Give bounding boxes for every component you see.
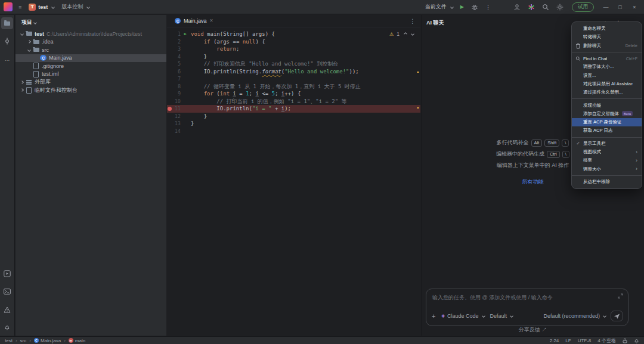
- problems-tool-icon[interactable]: [1, 303, 13, 315]
- services-tool-icon[interactable]: [1, 268, 13, 280]
- send-button[interactable]: [611, 311, 623, 321]
- file-encoding[interactable]: UTF-8: [578, 338, 592, 343]
- menu-item-0[interactable]: 重命名聊天: [572, 24, 642, 33]
- menu-item-16[interactable]: 从边栏中移除: [572, 178, 642, 186]
- tree-chevron-icon[interactable]: [20, 80, 24, 84]
- search-icon[interactable]: [538, 2, 553, 13]
- menu-item-12[interactable]: ✓显示工具栏: [572, 140, 642, 148]
- project-panel-header[interactable]: 项目: [16, 15, 166, 30]
- beta-badge: Beta: [622, 111, 633, 116]
- menu-item-1[interactable]: 转储聊天: [572, 33, 642, 41]
- code-line[interactable]: 13}: [167, 120, 420, 128]
- breadcrumb-3[interactable]: mmain: [69, 338, 85, 343]
- scrollbar-warning-mark[interactable]: [417, 107, 419, 109]
- more-tools-icon[interactable]: …: [1, 53, 13, 65]
- commit-tool-icon[interactable]: [1, 35, 13, 47]
- mode-selector[interactable]: Default: [490, 313, 513, 319]
- project-tool-icon[interactable]: [1, 17, 13, 29]
- menu-item-14[interactable]: 移至›: [572, 156, 642, 165]
- menu-item-4[interactable]: 调整字体大小...: [572, 63, 642, 71]
- account-icon[interactable]: [510, 2, 524, 13]
- vcs-widget[interactable]: 版本控制: [58, 1, 93, 13]
- tree-item-2[interactable]: src: [16, 46, 166, 54]
- menu-item-8[interactable]: 发现功能: [572, 101, 642, 109]
- close-button[interactable]: ×: [627, 2, 642, 13]
- code-line[interactable]: 1▶void main(String[] args) {: [167, 30, 420, 38]
- tree-chevron-icon[interactable]: [27, 40, 31, 44]
- expand-input-icon[interactable]: [618, 293, 623, 300]
- notifications-icon[interactable]: [634, 338, 639, 343]
- tab-main-java[interactable]: C Main.java ×: [169, 15, 218, 27]
- menu-item-3[interactable]: Find in ChatCtrl+F: [572, 54, 642, 63]
- code-line[interactable]: 14: [167, 128, 420, 135]
- breakpoint-dot[interactable]: [167, 107, 172, 111]
- menu-item-2[interactable]: 删除聊天Delete: [572, 42, 642, 50]
- run-button[interactable]: ▶: [457, 2, 467, 11]
- line-separator[interactable]: LF: [565, 338, 571, 343]
- breadcrumb-1[interactable]: src: [20, 338, 27, 343]
- indent-setting[interactable]: 4 个空格: [597, 337, 616, 344]
- code-line[interactable]: 12 }: [167, 113, 420, 120]
- ai-assistant-icon[interactable]: [524, 2, 538, 13]
- caret-position[interactable]: 2:24: [550, 338, 559, 343]
- editor-options-icon[interactable]: ⋮: [410, 18, 416, 24]
- code-line[interactable]: 4 }: [167, 53, 420, 61]
- code-line[interactable]: 5 // 打印欢迎信息 "Hello and welcome!" 到控制台: [167, 60, 420, 68]
- tree-item-5[interactable]: test.iml: [16, 70, 166, 79]
- maximize-button[interactable]: □: [613, 2, 627, 13]
- tab-close-icon[interactable]: ×: [210, 18, 213, 24]
- main-menu-icon[interactable]: ≡: [15, 2, 25, 12]
- menu-item-6[interactable]: 对此项目禁用 AI Assistant: [572, 80, 642, 88]
- tree-item-6[interactable]: 外部库: [16, 78, 166, 86]
- tree-chevron-icon[interactable]: [20, 32, 24, 36]
- code-line[interactable]: 7: [167, 75, 420, 83]
- inspections-widget[interactable]: ⚠ 1: [388, 30, 416, 38]
- attach-context-icon[interactable]: +: [432, 313, 435, 320]
- menu-item-13[interactable]: 视图模式›: [572, 148, 642, 156]
- menu-item-15[interactable]: 调整大小›: [572, 165, 642, 173]
- next-problem-icon[interactable]: [411, 32, 414, 36]
- code-line[interactable]: 6 IO.println(String.format("Hello and we…: [167, 68, 420, 76]
- breadcrumb-label: Main.java: [41, 338, 61, 343]
- debug-button[interactable]: [467, 2, 482, 13]
- code-line[interactable]: 9 for (int i = 1; i <= 5; i++) {: [167, 90, 420, 98]
- code-line[interactable]: 11 IO.println("i = " + i);: [167, 105, 420, 113]
- run-config-selector[interactable]: 当前文件: [422, 1, 457, 13]
- more-run-actions-icon[interactable]: ⋮: [482, 2, 494, 12]
- tree-item-1[interactable]: .idea: [16, 38, 166, 47]
- tree-item-0[interactable]: test C:\Users\Administrator\IdeaProjects…: [16, 30, 166, 38]
- code-area[interactable]: 1▶void main(String[] args) {2 if (args =…: [167, 30, 420, 135]
- settings-gear-icon[interactable]: [553, 2, 567, 13]
- menu-item-7[interactable]: 通过插件永久禁用...: [572, 88, 642, 97]
- code-line[interactable]: 2 if (args == null) {: [167, 38, 420, 46]
- tree-item-4[interactable]: .gitignore: [16, 62, 166, 70]
- share-feedback-link[interactable]: 分享反馈 ↗: [422, 326, 644, 334]
- code-line[interactable]: 8 // 循环变量 i 从 1 开始，每次加 1，直到 i 大于 5 时停止: [167, 83, 420, 91]
- code-line[interactable]: 10 // 打印当前 i 的值，例如 "i = 1"、"i = 2" 等: [167, 98, 420, 106]
- breadcrumb-2[interactable]: CMain.java: [34, 338, 61, 343]
- tree-item-label: 临时文件和控制台: [35, 86, 78, 94]
- notifications-tool-icon[interactable]: [1, 321, 13, 333]
- tree-chevron-icon[interactable]: [27, 48, 31, 52]
- project-widget[interactable]: T test: [25, 2, 58, 13]
- menu-item-11[interactable]: 获取 ACP 日志: [572, 126, 642, 135]
- scrollbar-warning-mark[interactable]: [417, 72, 419, 73]
- menu-item-5[interactable]: 设置...: [572, 71, 642, 79]
- terminal-tool-icon[interactable]: [1, 286, 13, 297]
- menu-item-10[interactable]: 重置 ACP 身份验证: [572, 118, 642, 126]
- menu-item-9[interactable]: 添加自定义智能体Beta: [572, 110, 642, 118]
- tree-item-3[interactable]: CMain.java: [16, 54, 166, 63]
- ai-prompt-box[interactable]: 输入您的任务、使用 @ 添加文件或使用 / 输入命令 + ∗ Claude Co…: [426, 289, 628, 326]
- model-selector[interactable]: Default (recommended): [543, 313, 606, 319]
- minimize-button[interactable]: —: [599, 2, 613, 13]
- code-line[interactable]: 3 return;: [167, 45, 420, 53]
- all-features-link[interactable]: 所有功能: [522, 178, 544, 186]
- trial-badge[interactable]: 试用: [572, 2, 594, 12]
- breadcrumb-0[interactable]: test: [5, 338, 13, 343]
- prev-problem-icon[interactable]: [404, 32, 407, 36]
- run-line-icon[interactable]: ▶: [181, 30, 190, 38]
- agent-selector[interactable]: ∗ Claude Code: [441, 313, 484, 319]
- tree-chevron-icon[interactable]: [20, 88, 24, 92]
- tree-item-7[interactable]: 临时文件和控制台: [16, 86, 166, 95]
- lock-icon[interactable]: [623, 338, 627, 343]
